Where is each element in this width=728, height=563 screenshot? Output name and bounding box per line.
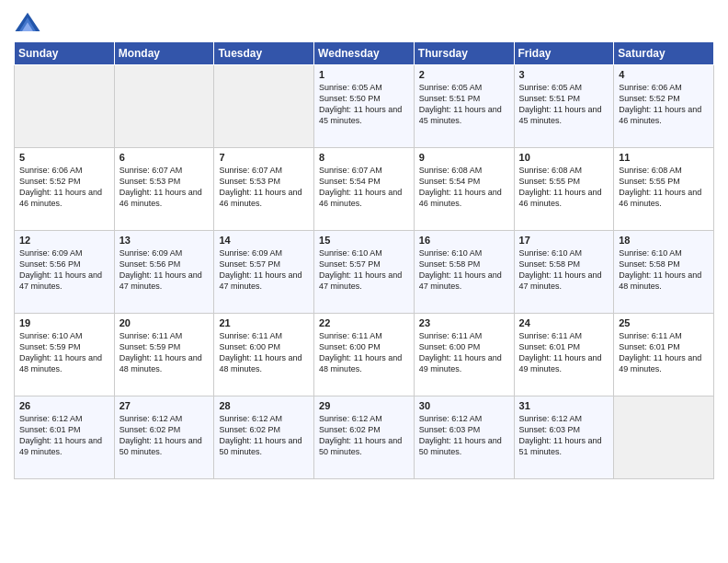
- cell-content: Sunrise: 6:07 AM Sunset: 5:53 PM Dayligh…: [219, 165, 309, 210]
- calendar-cell: 26Sunrise: 6:12 AM Sunset: 6:01 PM Dayli…: [15, 396, 115, 479]
- day-number: 29: [319, 400, 409, 411]
- calendar-cell: 7Sunrise: 6:07 AM Sunset: 5:53 PM Daylig…: [214, 148, 314, 231]
- cell-content: Sunrise: 6:09 AM Sunset: 5:56 PM Dayligh…: [19, 247, 109, 293]
- day-number: 30: [419, 400, 509, 411]
- day-number: 21: [219, 317, 309, 328]
- calendar-cell: [214, 65, 314, 148]
- day-number: 3: [519, 69, 609, 80]
- cell-content: Sunrise: 6:07 AM Sunset: 5:53 PM Dayligh…: [119, 165, 210, 210]
- calendar-cell: 13Sunrise: 6:09 AM Sunset: 5:56 PM Dayli…: [114, 231, 214, 314]
- cell-content: Sunrise: 6:10 AM Sunset: 5:59 PM Dayligh…: [19, 330, 109, 375]
- cell-content: Sunrise: 6:11 AM Sunset: 6:01 PM Dayligh…: [619, 330, 709, 375]
- day-header-sunday: Sunday: [15, 42, 115, 65]
- calendar-week-row: 19Sunrise: 6:10 AM Sunset: 5:59 PM Dayli…: [15, 314, 714, 396]
- cell-content: Sunrise: 6:12 AM Sunset: 6:02 PM Dayligh…: [119, 413, 210, 458]
- day-number: 18: [619, 235, 709, 246]
- cell-content: Sunrise: 6:11 AM Sunset: 6:01 PM Dayligh…: [519, 330, 609, 375]
- day-number: 9: [419, 152, 509, 163]
- calendar-cell: 17Sunrise: 6:10 AM Sunset: 5:58 PM Dayli…: [514, 231, 614, 314]
- cell-content: Sunrise: 6:10 AM Sunset: 5:57 PM Dayligh…: [319, 247, 409, 293]
- cell-content: Sunrise: 6:12 AM Sunset: 6:02 PM Dayligh…: [319, 413, 409, 458]
- cell-content: Sunrise: 6:09 AM Sunset: 5:56 PM Dayligh…: [119, 247, 210, 293]
- calendar-cell: 9Sunrise: 6:08 AM Sunset: 5:54 PM Daylig…: [414, 148, 514, 231]
- calendar-cell: [614, 396, 714, 479]
- cell-content: Sunrise: 6:10 AM Sunset: 5:58 PM Dayligh…: [619, 247, 709, 293]
- calendar-cell: 22Sunrise: 6:11 AM Sunset: 6:00 PM Dayli…: [314, 314, 415, 396]
- day-header-monday: Monday: [114, 42, 214, 65]
- calendar-cell: 18Sunrise: 6:10 AM Sunset: 5:58 PM Dayli…: [614, 231, 714, 314]
- calendar-cell: 16Sunrise: 6:10 AM Sunset: 5:58 PM Dayli…: [414, 231, 514, 314]
- calendar-cell: 15Sunrise: 6:10 AM Sunset: 5:57 PM Dayli…: [314, 231, 415, 314]
- day-number: 1: [319, 69, 409, 80]
- calendar-cell: 11Sunrise: 6:08 AM Sunset: 5:55 PM Dayli…: [614, 148, 714, 231]
- day-number: 22: [319, 317, 409, 328]
- day-number: 10: [519, 152, 609, 163]
- logo: [14, 9, 45, 37]
- day-number: 20: [119, 317, 210, 328]
- day-number: 24: [519, 317, 609, 328]
- cell-content: Sunrise: 6:06 AM Sunset: 5:52 PM Dayligh…: [619, 82, 709, 127]
- calendar-table: SundayMondayTuesdayWednesdayThursdayFrid…: [14, 41, 714, 479]
- calendar-week-row: 5Sunrise: 6:06 AM Sunset: 5:52 PM Daylig…: [15, 148, 714, 231]
- day-number: 12: [19, 235, 109, 246]
- calendar-cell: 3Sunrise: 6:05 AM Sunset: 5:51 PM Daylig…: [514, 65, 614, 148]
- calendar-cell: 28Sunrise: 6:12 AM Sunset: 6:02 PM Dayli…: [214, 396, 314, 479]
- cell-content: Sunrise: 6:05 AM Sunset: 5:51 PM Dayligh…: [419, 82, 509, 127]
- day-header-tuesday: Tuesday: [214, 42, 314, 65]
- logo-icon: [14, 9, 41, 37]
- calendar-week-row: 26Sunrise: 6:12 AM Sunset: 6:01 PM Dayli…: [15, 396, 714, 479]
- cell-content: Sunrise: 6:08 AM Sunset: 5:54 PM Dayligh…: [419, 165, 509, 210]
- cell-content: Sunrise: 6:11 AM Sunset: 6:00 PM Dayligh…: [219, 330, 309, 375]
- page-header: [14, 9, 714, 37]
- calendar-cell: 24Sunrise: 6:11 AM Sunset: 6:01 PM Dayli…: [514, 314, 614, 396]
- day-number: 23: [419, 317, 509, 328]
- calendar-cell: 27Sunrise: 6:12 AM Sunset: 6:02 PM Dayli…: [114, 396, 214, 479]
- day-number: 7: [219, 152, 309, 163]
- calendar-cell: 19Sunrise: 6:10 AM Sunset: 5:59 PM Dayli…: [15, 314, 115, 396]
- cell-content: Sunrise: 6:12 AM Sunset: 6:02 PM Dayligh…: [219, 413, 309, 458]
- cell-content: Sunrise: 6:07 AM Sunset: 5:54 PM Dayligh…: [319, 165, 409, 210]
- calendar-header-row: SundayMondayTuesdayWednesdayThursdayFrid…: [15, 42, 714, 65]
- day-number: 16: [419, 235, 509, 246]
- calendar-cell: 10Sunrise: 6:08 AM Sunset: 5:55 PM Dayli…: [514, 148, 614, 231]
- cell-content: Sunrise: 6:09 AM Sunset: 5:57 PM Dayligh…: [219, 247, 309, 293]
- cell-content: Sunrise: 6:11 AM Sunset: 6:00 PM Dayligh…: [319, 330, 409, 375]
- calendar-week-row: 12Sunrise: 6:09 AM Sunset: 5:56 PM Dayli…: [15, 231, 714, 314]
- day-number: 8: [319, 152, 409, 163]
- day-header-friday: Friday: [514, 42, 614, 65]
- day-number: 13: [119, 235, 210, 246]
- cell-content: Sunrise: 6:08 AM Sunset: 5:55 PM Dayligh…: [519, 165, 609, 210]
- calendar-cell: 31Sunrise: 6:12 AM Sunset: 6:03 PM Dayli…: [514, 396, 614, 479]
- cell-content: Sunrise: 6:10 AM Sunset: 5:58 PM Dayligh…: [519, 247, 609, 293]
- cell-content: Sunrise: 6:05 AM Sunset: 5:51 PM Dayligh…: [519, 82, 609, 127]
- day-number: 27: [119, 400, 210, 411]
- cell-content: Sunrise: 6:12 AM Sunset: 6:03 PM Dayligh…: [419, 413, 509, 458]
- calendar-cell: [114, 65, 214, 148]
- calendar-week-row: 1Sunrise: 6:05 AM Sunset: 5:50 PM Daylig…: [15, 65, 714, 148]
- calendar-cell: 23Sunrise: 6:11 AM Sunset: 6:00 PM Dayli…: [414, 314, 514, 396]
- day-number: 25: [619, 317, 709, 328]
- day-number: 15: [319, 235, 409, 246]
- day-header-wednesday: Wednesday: [314, 42, 415, 65]
- day-number: 6: [119, 152, 210, 163]
- cell-content: Sunrise: 6:05 AM Sunset: 5:50 PM Dayligh…: [319, 82, 409, 127]
- day-number: 14: [219, 235, 309, 246]
- day-number: 31: [519, 400, 609, 411]
- day-number: 17: [519, 235, 609, 246]
- day-number: 19: [19, 317, 109, 328]
- day-number: 4: [619, 69, 709, 80]
- calendar-cell: 21Sunrise: 6:11 AM Sunset: 6:00 PM Dayli…: [214, 314, 314, 396]
- calendar-cell: 1Sunrise: 6:05 AM Sunset: 5:50 PM Daylig…: [314, 65, 415, 148]
- cell-content: Sunrise: 6:12 AM Sunset: 6:01 PM Dayligh…: [19, 413, 109, 458]
- cell-content: Sunrise: 6:08 AM Sunset: 5:55 PM Dayligh…: [619, 165, 709, 210]
- cell-content: Sunrise: 6:11 AM Sunset: 6:00 PM Dayligh…: [419, 330, 509, 375]
- day-number: 5: [19, 152, 109, 163]
- cell-content: Sunrise: 6:12 AM Sunset: 6:03 PM Dayligh…: [519, 413, 609, 458]
- day-number: 2: [419, 69, 509, 80]
- calendar-cell: 12Sunrise: 6:09 AM Sunset: 5:56 PM Dayli…: [15, 231, 115, 314]
- calendar-cell: 5Sunrise: 6:06 AM Sunset: 5:52 PM Daylig…: [15, 148, 115, 231]
- calendar-cell: 14Sunrise: 6:09 AM Sunset: 5:57 PM Dayli…: [214, 231, 314, 314]
- cell-content: Sunrise: 6:10 AM Sunset: 5:58 PM Dayligh…: [419, 247, 509, 293]
- day-header-thursday: Thursday: [414, 42, 514, 65]
- day-header-saturday: Saturday: [614, 42, 714, 65]
